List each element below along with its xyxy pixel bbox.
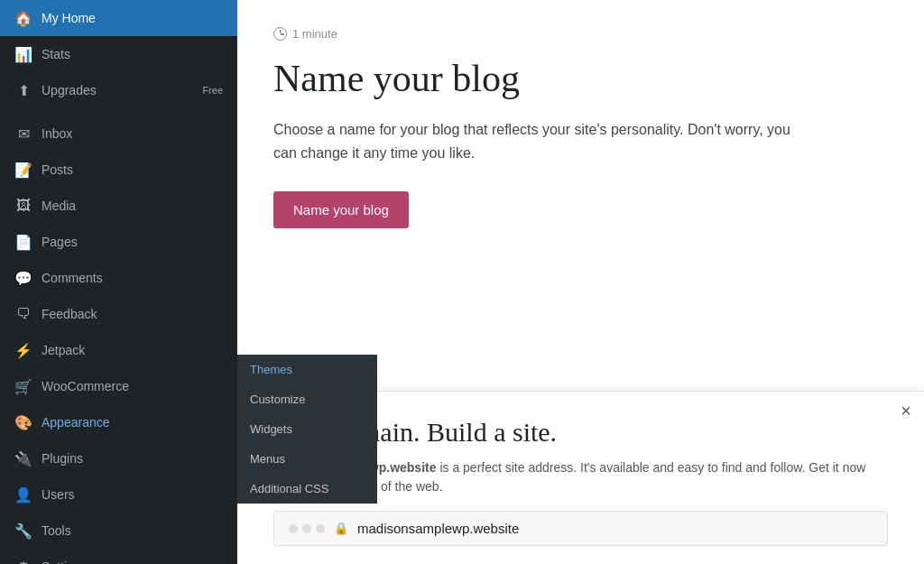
tools-icon: 🔧 bbox=[14, 522, 32, 540]
feedback-icon: 🗨 bbox=[14, 305, 32, 323]
sidebar-item-label: Stats bbox=[42, 47, 223, 61]
sidebar-item-appearance[interactable]: 🎨 Appearance bbox=[0, 404, 237, 440]
submenu-item-customize[interactable]: Customize bbox=[237, 384, 377, 414]
appearance-submenu: Themes Customize Widgets Menus Additiona… bbox=[237, 355, 377, 504]
sidebar-item-tools[interactable]: 🔧 Tools bbox=[0, 513, 237, 549]
dot-1 bbox=[289, 524, 298, 533]
sidebar-item-upgrades[interactable]: ⬆ Upgrades Free bbox=[0, 72, 237, 108]
home-icon: 🏠 bbox=[14, 9, 32, 27]
dot-2 bbox=[302, 524, 311, 533]
sidebar-item-label: Appearance bbox=[42, 415, 223, 430]
sidebar-item-label: Upgrades bbox=[42, 83, 193, 97]
sidebar-item-label: Jetpack bbox=[42, 343, 223, 357]
submenu-item-widgets[interactable]: Widgets bbox=[237, 414, 377, 444]
sidebar-item-label: Plugins bbox=[42, 451, 223, 466]
dot-3 bbox=[316, 524, 325, 533]
sidebar-item-jetpack[interactable]: ⚡ Jetpack bbox=[0, 332, 237, 368]
users-icon: 👤 bbox=[14, 485, 32, 504]
sidebar-item-label: Posts bbox=[42, 162, 223, 177]
sidebar-item-label: My Home bbox=[42, 11, 223, 25]
jetpack-icon: ⚡ bbox=[14, 341, 32, 359]
lock-icon: 🔒 bbox=[334, 522, 348, 535]
time-label: 1 minute bbox=[292, 27, 337, 41]
pages-icon: 📄 bbox=[14, 233, 32, 251]
close-button[interactable]: × bbox=[901, 401, 911, 421]
sidebar: 🏠 My Home 📊 Stats ⬆ Upgrades Free ✉ Inbo… bbox=[0, 0, 237, 564]
sidebar-item-label: WooCommerce bbox=[42, 379, 223, 393]
sidebar-item-label: Inbox bbox=[42, 126, 223, 141]
submenu-item-themes[interactable]: Themes bbox=[237, 355, 377, 384]
sidebar-item-feedback[interactable]: 🗨 Feedback bbox=[0, 296, 237, 332]
sidebar-item-comments[interactable]: 💬 Comments bbox=[0, 260, 237, 296]
blog-title-heading: Name your blog bbox=[273, 57, 888, 100]
name-blog-button[interactable]: Name your blog bbox=[273, 191, 409, 228]
sidebar-item-woocommerce[interactable]: 🛒 WooCommerce bbox=[0, 368, 237, 404]
upgrades-badge: Free bbox=[202, 85, 223, 96]
sidebar-item-posts[interactable]: 📝 Posts bbox=[0, 152, 237, 188]
posts-icon: 📝 bbox=[14, 161, 32, 179]
comments-icon: 💬 bbox=[14, 269, 32, 287]
sidebar-item-label: Feedback bbox=[42, 307, 223, 321]
sidebar-item-inbox[interactable]: ✉ Inbox bbox=[0, 116, 237, 152]
time-badge: 1 minute bbox=[273, 27, 888, 41]
clock-icon bbox=[273, 27, 287, 41]
sidebar-item-label: Settings bbox=[42, 559, 223, 564]
browser-dots bbox=[289, 524, 325, 533]
sidebar-item-stats[interactable]: 📊 Stats bbox=[0, 36, 237, 72]
plugins-icon: 🔌 bbox=[14, 449, 32, 467]
sidebar-item-pages[interactable]: 📄 Pages bbox=[0, 224, 237, 260]
stats-icon: 📊 bbox=[14, 45, 32, 63]
woocommerce-icon: 🛒 bbox=[14, 377, 32, 395]
domain-url-bar: 🔒 madisonsamplewp.website bbox=[273, 511, 888, 546]
media-icon: 🖼 bbox=[14, 197, 32, 215]
sidebar-item-users[interactable]: 👤 Users bbox=[0, 476, 237, 513]
sidebar-item-settings[interactable]: ⚙ Settings bbox=[0, 549, 237, 564]
upgrades-icon: ⬆ bbox=[14, 81, 32, 99]
submenu-item-additional-css[interactable]: Additional CSS bbox=[237, 474, 377, 504]
appearance-icon: 🎨 bbox=[14, 413, 32, 431]
sidebar-item-label: Tools bbox=[42, 523, 223, 538]
sidebar-item-label: Media bbox=[42, 199, 223, 213]
sidebar-item-media[interactable]: 🖼 Media bbox=[0, 188, 237, 224]
sidebar-item-my-home[interactable]: 🏠 My Home bbox=[0, 0, 237, 36]
sidebar-item-plugins[interactable]: 🔌 Plugins bbox=[0, 440, 237, 476]
inbox-icon: ✉ bbox=[14, 125, 32, 143]
blog-description: Choose a name for your blog that reflect… bbox=[273, 118, 815, 164]
domain-url: madisonsamplewp.website bbox=[357, 521, 519, 536]
settings-icon: ⚙ bbox=[14, 558, 32, 564]
sidebar-item-label: Pages bbox=[42, 235, 223, 249]
sidebar-item-label: Comments bbox=[42, 271, 223, 285]
sidebar-item-label: Users bbox=[42, 487, 223, 502]
submenu-item-menus[interactable]: Menus bbox=[237, 444, 377, 474]
